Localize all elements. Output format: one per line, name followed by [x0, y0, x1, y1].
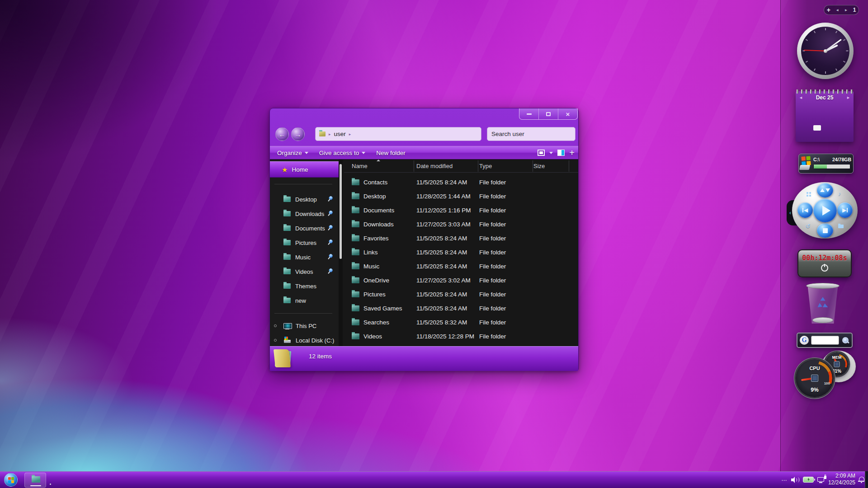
expander-icon[interactable] [274, 324, 277, 327]
calendar-date[interactable] [798, 119, 806, 125]
sidebar-item[interactable]: Videos [270, 264, 339, 279]
column-separator[interactable] [478, 160, 478, 172]
minimize-button[interactable] [519, 108, 539, 119]
calendar-date[interactable] [844, 108, 851, 114]
calendar-date[interactable] [798, 108, 806, 114]
calendar-date[interactable] [821, 114, 829, 120]
column-header-size[interactable]: Size [530, 163, 563, 169]
give-access-button[interactable]: Give access to [314, 146, 371, 159]
calendar-date[interactable] [836, 125, 844, 131]
column-separator[interactable] [569, 160, 569, 172]
open-folder-icon[interactable] [838, 225, 844, 228]
calendar-date[interactable] [813, 125, 821, 131]
preview-pane-button[interactable] [557, 150, 565, 156]
file-row[interactable]: Downloads 11/27/2025 3:03 AM File folder [344, 217, 578, 231]
file-row[interactable]: Saved Games 11/5/2025 8:24 AM File folde… [344, 301, 578, 315]
sidebar-item[interactable]: Documents [270, 221, 339, 235]
close-button[interactable]: × [558, 108, 577, 119]
previous-track-button[interactable]: ◀ [797, 202, 813, 218]
sidebar-item-this-pc[interactable]: This PC [270, 319, 339, 333]
file-row[interactable]: OneDrive 11/27/2025 3:02 AM File folder [344, 273, 578, 287]
search-input[interactable] [491, 131, 571, 137]
network-icon[interactable] [817, 477, 826, 483]
organize-button[interactable]: Organize [270, 146, 314, 159]
calendar-date[interactable] [798, 125, 806, 131]
file-row[interactable]: Links 11/5/2025 8:24 AM File folder [344, 245, 578, 259]
calendar-date[interactable] [806, 108, 813, 114]
calendar-date[interactable] [806, 119, 813, 125]
show-desktop-button[interactable] [865, 471, 868, 488]
calendar-date[interactable] [828, 114, 836, 120]
file-row[interactable]: Favorites 11/5/2025 8:24 AM File folder [344, 231, 578, 245]
column-header-date[interactable]: Date modified [414, 163, 476, 169]
calendar-date[interactable] [806, 125, 813, 131]
column-header-type[interactable]: Type [476, 163, 530, 169]
magnifier-button[interactable] [841, 336, 849, 344]
repeat-icon[interactable]: ↺ [806, 223, 811, 230]
calendar-date[interactable] [844, 119, 851, 125]
calendar-date[interactable] [813, 108, 821, 114]
chevron-down-icon[interactable] [549, 152, 553, 154]
forward-button[interactable]: → [291, 127, 305, 141]
calendar-date[interactable] [821, 125, 829, 131]
column-separator[interactable] [414, 160, 414, 172]
file-row[interactable]: Pictures 11/5/2025 8:24 AM File folder [344, 287, 578, 301]
file-row[interactable]: Documents 11/12/2025 1:16 PM File folder [344, 203, 578, 217]
calendar-date[interactable] [828, 119, 836, 125]
start-button[interactable] [4, 473, 18, 487]
notifications-bell-icon[interactable] [858, 477, 864, 483]
next-page-button[interactable]: ► [844, 8, 848, 12]
sidebar-scrollbar[interactable] [339, 160, 343, 346]
calendar-date[interactable] [844, 114, 851, 120]
file-explorer-task-button[interactable] [24, 473, 46, 488]
sidebar-item[interactable]: Themes [270, 279, 339, 293]
file-row[interactable]: Searches 11/5/2025 8:32 AM File folder [344, 315, 578, 329]
calendar-date[interactable] [806, 131, 813, 136]
calendar-date[interactable] [813, 131, 821, 136]
sidebar-item[interactable]: Downloads [270, 206, 339, 221]
calendar-date[interactable] [836, 114, 844, 120]
recycle-bin[interactable] [806, 283, 840, 325]
volume-icon[interactable] [791, 477, 799, 483]
sidebar-item-home[interactable]: ★ Home [270, 161, 339, 178]
calendar-date[interactable] [828, 108, 836, 114]
file-row[interactable]: Videos 11/18/2025 12:28 PM File folder [344, 329, 578, 343]
file-row[interactable]: Desktop 11/28/2025 1:44 AM File folder [344, 189, 578, 203]
prev-page-button[interactable]: ◄ [835, 8, 839, 12]
calendar-date[interactable] [836, 119, 844, 125]
calendar-date[interactable] [798, 114, 806, 120]
maximize-button[interactable] [539, 108, 558, 119]
change-view-button[interactable] [538, 150, 545, 156]
file-row[interactable]: Music 11/5/2025 8:24 AM File folder [344, 259, 578, 273]
calendar-date[interactable] [806, 114, 813, 120]
calendar-date[interactable] [798, 131, 806, 136]
sidebar-item[interactable]: new [270, 293, 339, 308]
column-separator[interactable] [533, 160, 533, 172]
play-button[interactable] [813, 199, 837, 222]
explorer-window[interactable]: × ← → ▸ user ▸ Organize Give access to [269, 108, 579, 371]
stop-button[interactable] [817, 223, 833, 238]
new-folder-button[interactable]: New folder [371, 146, 411, 159]
power-button[interactable] [821, 264, 828, 272]
calendar-date[interactable] [813, 114, 821, 120]
calendar-next-button[interactable]: ► [846, 95, 850, 100]
gadget-search-input[interactable] [811, 336, 839, 345]
sidebar-item[interactable]: Pictures [270, 235, 339, 250]
back-button[interactable]: ← [275, 127, 289, 141]
expander-icon[interactable] [274, 339, 277, 342]
sidebar-item-local-disk[interactable]: Local Disk (C:) [270, 333, 339, 346]
calendar-date[interactable] [821, 119, 829, 125]
music-note-icon[interactable]: ♪ [838, 190, 841, 197]
sidebar-item[interactable]: Music [270, 250, 339, 264]
sidebar-item[interactable]: Desktop [270, 192, 339, 206]
calendar-date[interactable] [821, 108, 829, 114]
tray-overflow-button[interactable]: … [781, 475, 788, 482]
next-track-button[interactable]: ▶ [837, 202, 853, 218]
volume-button[interactable] [817, 183, 833, 197]
battery-icon[interactable] [803, 477, 814, 483]
calendar-date[interactable] [813, 119, 821, 125]
add-gadget-button[interactable]: + [827, 6, 830, 14]
column-header-name[interactable]: Name [344, 163, 414, 169]
scrollbar-thumb[interactable] [340, 164, 342, 259]
expand-ribbon-button[interactable]: + [569, 148, 575, 157]
